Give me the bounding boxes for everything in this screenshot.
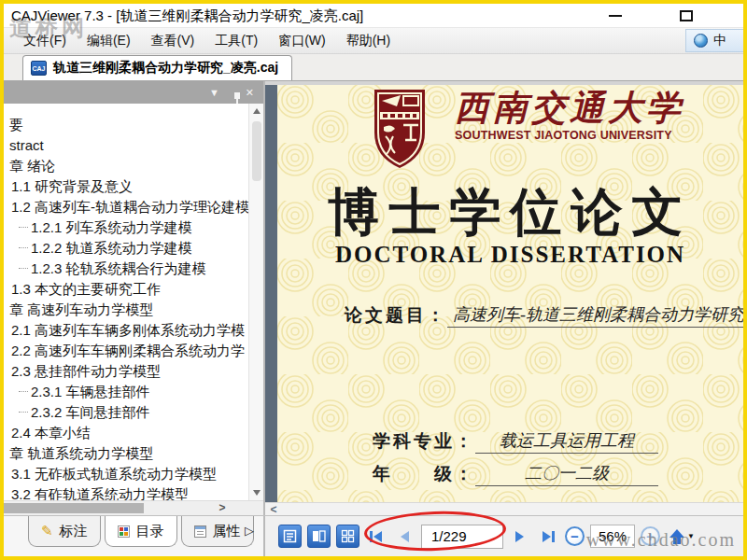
panel-header: ▼ ✕ [4,81,263,104]
grade-label: 年 级： [373,462,475,486]
toc-item[interactable]: 章 绪论 [4,156,248,176]
caj-file-icon: CAJ [31,61,47,76]
toc-item[interactable]: 2.3.2 车间悬挂部件 [4,402,248,423]
window-title: CAJViewer 7.3 - [轨道三维刚柔耦合动力学研究_凌亮.caj] [11,7,363,25]
tab-overflow-arrow-icon[interactable]: ▷ [245,524,254,538]
document-horizontal-scrollbar[interactable]: < [265,502,743,515]
main-area: ▼ ✕ 要 stract 章 绪论 1.1 研究背景及意义 1.2 高速列车-轨… [4,81,743,515]
thesis-title-value: 高速列车-轨道三维刚柔耦合动力学研究 [447,303,743,328]
pencil-icon: ✎ [41,523,53,539]
language-switcher[interactable]: 中 [685,29,743,52]
toc-item[interactable]: 章 轨道系统动力学模型 [4,443,248,464]
contents-grid-icon [118,525,130,538]
toc-item[interactable]: 3.2 有砟轨道系统动力学模型 [4,484,248,500]
scroll-left-icon[interactable]: < [265,503,282,516]
degree-title-cn: 博士学位论文 [277,178,743,247]
toc-item[interactable]: 1.2.2 轨道系统动力学建模 [4,238,248,259]
multi-page-view-button[interactable] [336,525,359,548]
scroll-right-icon[interactable]: > [213,501,232,515]
document-tab-bar: CAJ 轨道三维刚柔耦合动力学研究_凌亮.caj [4,54,743,81]
minimize-icon [609,15,622,17]
major-row: 学科专业： 载运工具运用工程 [373,429,658,454]
scroll-down-icon[interactable] [253,490,261,496]
page-toolbar: − 56% + ▼ [265,516,743,556]
bottom-bar: ✎ 标注 目录 属性 ▷ [4,515,743,556]
language-label: 中 [713,33,726,49]
vertical-scroll-thumb[interactable] [252,121,261,181]
up-arrow-icon [669,529,684,544]
toc-item[interactable]: 章 高速列车动力学模型 [4,300,248,320]
last-page-button[interactable] [537,525,559,549]
toc-item[interactable]: 1.2 高速列车-轨道耦合动力学理论建模 [4,197,248,217]
page-number-input[interactable] [421,525,503,549]
toc-item[interactable]: 1.2.1 列车系统动力学建模 [4,217,248,238]
horizontal-scroll-thumb[interactable] [4,503,144,513]
toc-item[interactable]: 3.1 无砟板式轨道系统动力学模型 [4,464,248,484]
toc-item[interactable]: 1.1 研究背景及意义 [4,176,248,197]
panel-close-button[interactable]: ✕ [246,88,254,98]
toc-item[interactable]: 2.2 高速列车车辆刚柔耦合系统动力学 [4,341,248,361]
tab-contents[interactable]: 目录 [105,516,177,547]
university-name-en: SOUTHWEST JIAOTONG UNIVERSITY [455,129,672,142]
toc-item[interactable]: 1.3 本文的主要研究工作 [4,279,248,300]
toc-item[interactable]: 2.3.1 车辆悬挂部件 [4,382,248,402]
minimize-button[interactable] [601,6,629,26]
dropdown-arrow-icon: ▼ [687,532,695,540]
maximize-button[interactable] [672,6,700,26]
tab-annotation-label: 标注 [60,523,88,540]
menu-tools[interactable]: 工具(T) [204,29,268,53]
university-crest-icon [373,88,427,170]
tab-properties[interactable]: 属性 [181,516,254,547]
contents-panel: ▼ ✕ 要 stract 章 绪论 1.1 研究背景及意义 1.2 高速列车-轨… [4,81,265,515]
title-bar: CAJViewer 7.3 - [轨道三维刚柔耦合动力学研究_凌亮.caj] 道… [4,4,743,28]
toc-horizontal-scrollbar[interactable]: > [4,500,263,515]
major-value: 载运工具运用工程 [475,429,658,454]
thesis-title-label: 论文题目： [345,303,447,328]
cover-page[interactable]: 西南交通大学 SOUTHWEST JIAOTONG UNIVERSITY 博士学… [277,85,743,502]
menu-help[interactable]: 帮助(H) [336,29,401,53]
toc-item[interactable]: 要 [4,115,248,135]
facing-page-view-button[interactable] [307,525,331,548]
maximize-icon [680,10,693,21]
tab-annotation[interactable]: ✎ 标注 [28,516,101,547]
toc-item[interactable]: 1.2.3 轮轨系统耦合行为建模 [4,259,248,279]
panel-collapse-button[interactable]: ▼ [209,88,219,98]
grade-row: 年 级： 二〇一二级 [373,462,658,486]
toc-tree: 要 stract 章 绪论 1.1 研究背景及意义 1.2 高速列车-轨道耦合动… [4,104,248,500]
document-tab[interactable]: CAJ 轨道三维刚柔耦合动力学研究_凌亮.caj [22,55,292,80]
previous-page-button[interactable] [393,525,416,549]
globe-icon [694,34,708,48]
first-page-button[interactable] [365,525,388,549]
menu-view[interactable]: 查看(V) [141,29,205,53]
menu-file[interactable]: 文件(F) [13,29,77,53]
cajviewer-window: CAJViewer 7.3 - [轨道三维刚柔耦合动力学研究_凌亮.caj] 道… [0,0,747,560]
thesis-title-row: 论文题目： 高速列车-轨道三维刚柔耦合动力学研究 [345,303,743,328]
grade-value: 二〇一二级 [475,462,658,486]
major-label: 学科专业： [373,429,475,454]
tab-properties-label: 属性 [213,523,241,540]
sidebar-tab-strip: ✎ 标注 目录 属性 ▷ [4,516,265,556]
zoom-in-button[interactable]: + [641,526,660,546]
single-page-view-button[interactable] [278,525,302,548]
toc-item[interactable]: 2.4 本章小结 [4,423,248,443]
toc-item[interactable]: stract [4,135,248,156]
toc-item[interactable]: 2.3 悬挂部件动力学模型 [4,361,248,382]
zoom-level[interactable]: 56% [590,525,635,548]
menu-window[interactable]: 窗口(W) [268,29,336,53]
document-view: 西南交通大学 SOUTHWEST JIAOTONG UNIVERSITY 博士学… [265,81,743,515]
properties-icon [194,525,206,538]
zoom-out-button[interactable]: − [565,526,585,546]
document-tab-label: 轨道三维刚柔耦合动力学研究_凌亮.caj [53,60,278,77]
menu-edit[interactable]: 编辑(E) [77,29,141,53]
tab-contents-label: 目录 [136,523,164,540]
toc-vertical-scrollbar[interactable] [248,104,263,500]
page-up-button[interactable]: ▼ [669,529,695,544]
menu-bar: 文件(F) 编辑(E) 查看(V) 工具(T) 窗口(W) 帮助(H) 中 [4,28,743,54]
toc-container: 要 stract 章 绪论 1.1 研究背景及意义 1.2 高速列车-轨道耦合动… [4,104,263,500]
degree-title-en: DOCTORAL DISSERTATION [277,242,743,268]
university-name-cn: 西南交通大学 [455,85,684,132]
next-page-button[interactable] [509,525,531,549]
scroll-up-icon[interactable] [253,108,261,114]
toc-item[interactable]: 2.1 高速列车车辆多刚体系统动力学模 [4,320,248,341]
